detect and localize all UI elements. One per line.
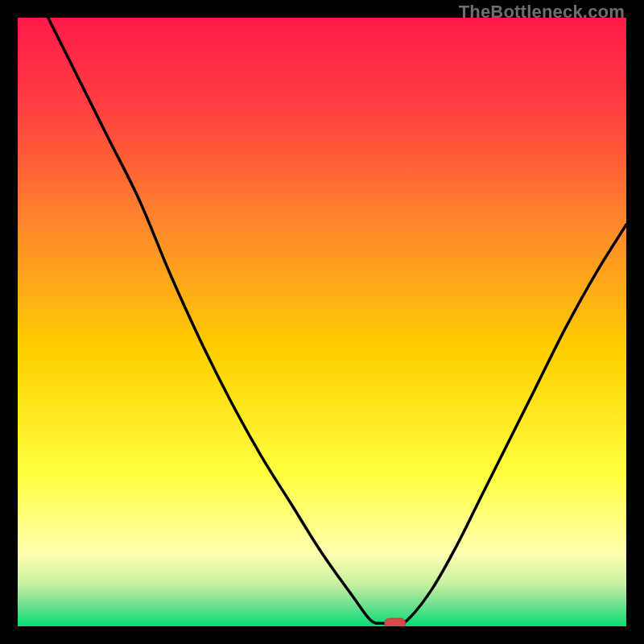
plot-area <box>18 18 626 626</box>
watermark-label: TheBottleneck.com <box>459 2 625 23</box>
chart-container: TheBottleneck.com <box>0 0 644 644</box>
optimal-point-marker <box>385 618 406 626</box>
bottleneck-curve <box>18 18 626 626</box>
